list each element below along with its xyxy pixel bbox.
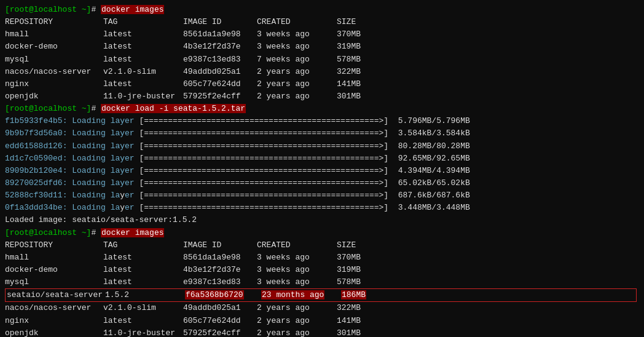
table1-header: REPOSITORYTAGIMAGE IDCREATEDSIZE bbox=[5, 16, 639, 28]
table2-header: REPOSITORYTAGIMAGE IDCREATEDSIZE bbox=[5, 239, 639, 252]
table2-row-3: mysqllateste9387c13ed833 weeks ago578MB bbox=[5, 276, 639, 288]
cmd-line-2: [root@localhost ~]# docker load -i seata… bbox=[5, 103, 639, 115]
table1-row-4: nacos/nacos-serverv2.1.0-slim49addbd025a… bbox=[5, 66, 639, 78]
table1-row-5: nginxlatest605c77e624dd2 years ago141MB bbox=[5, 78, 639, 90]
cmd-docker-images-2: docker images bbox=[101, 228, 164, 237]
loaded-image-line: Loaded image: seataio/seata-server:1.5.2 bbox=[5, 214, 639, 226]
load-layer-4: 1d1c7c0590ed: Loading layer [===========… bbox=[5, 153, 639, 165]
table1-row-2: docker-demolatest4b3e12f2d37e3 weeks ago… bbox=[5, 41, 639, 53]
load-layer-8: 0f1a3ddd34be: Loading layer [===========… bbox=[5, 202, 639, 214]
table2-row-6: nginxlatest605c77e624dd2 years ago141MB bbox=[5, 315, 639, 327]
prompt-3: [root@localhost ~]# bbox=[5, 228, 96, 237]
load-layer-5: 8909b2b120e4: Loading layer [===========… bbox=[5, 165, 639, 177]
load-layer-1: f1b5933fe4b5: Loading layer [===========… bbox=[5, 115, 639, 127]
prompt-1: [root@localhost ~]# bbox=[5, 5, 96, 14]
cmd-docker-images-1: docker images bbox=[101, 5, 164, 14]
table2-row-5: nacos/nacos-serverv2.1.0-slim49addbd025a… bbox=[5, 302, 639, 314]
table2-row-seata: seataio/seata-server1.5.2f6a5368b672023 … bbox=[5, 288, 637, 302]
load-layer-2: 9b9b7f3d56a0: Loading layer [===========… bbox=[5, 127, 639, 140]
load-layer-6: 89270025dfd6: Loading layer [===========… bbox=[5, 177, 639, 189]
table1-row-3: mysqllateste9387c13ed837 weeks ago578MB bbox=[5, 54, 639, 66]
prompt-2: [root@localhost ~]# bbox=[5, 104, 96, 113]
cmd-line-1: [root@localhost ~]# docker images bbox=[5, 4, 639, 16]
cmd-line-3: [root@localhost ~]# docker images bbox=[5, 227, 639, 239]
load-layer-3: edd61588d126: Loading layer [===========… bbox=[5, 140, 639, 153]
table2-row-1: hmalllatest8561da1a9e983 weeks ago370MB bbox=[5, 252, 639, 264]
table2-row-2: docker-demolatest4b3e12f2d37e3 weeks ago… bbox=[5, 264, 639, 276]
table1-row-1: hmalllatest8561da1a9e983 weeks ago370MB bbox=[5, 28, 639, 41]
terminal: [root@localhost ~]# docker images REPOSI… bbox=[0, 0, 644, 337]
table2-row-7: openjdk11.0-jre-buster57925f2e4cff2 year… bbox=[5, 327, 639, 337]
table1-row-6: openjdk11.0-jre-buster57925f2e4cff2 year… bbox=[5, 90, 639, 103]
cmd-docker-load: docker load -i seata-1.5.2.tar bbox=[101, 104, 246, 113]
load-layer-7: 52888cf30d11: Loading layer [===========… bbox=[5, 189, 639, 202]
